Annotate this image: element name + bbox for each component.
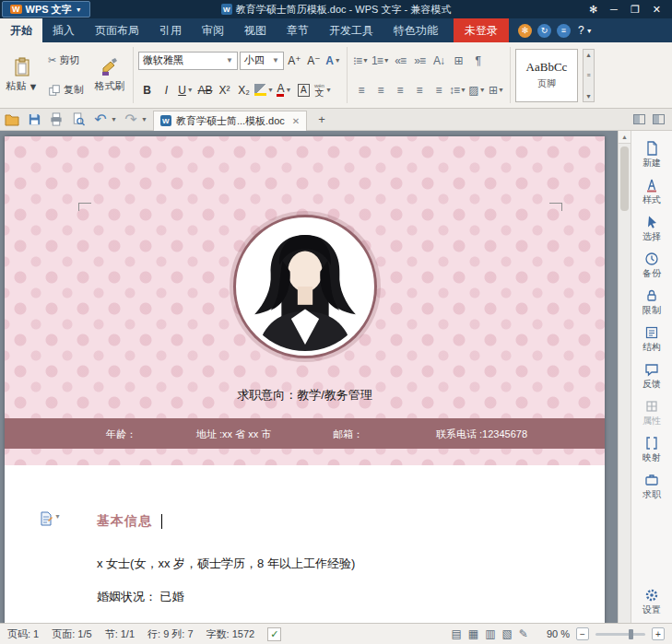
table-border-button[interactable]: ⊞ <box>450 51 467 70</box>
tab-developer[interactable]: 开发工具 <box>319 18 383 42</box>
italic-button[interactable]: I <box>158 80 175 100</box>
cut-button[interactable]: ✂ 剪切 <box>45 50 87 70</box>
character-border-button[interactable]: A <box>295 80 312 100</box>
paste-button[interactable]: 粘贴▼ <box>4 45 41 105</box>
style-gallery-scroll[interactable]: ▲ ≡ ▼ <box>583 49 595 102</box>
style-gallery-item[interactable]: AaBbCc 页脚 <box>515 49 578 102</box>
gallery-more-icon[interactable]: ≡ <box>586 72 590 78</box>
highlight-button[interactable]: ▼ <box>254 80 274 100</box>
vertical-scrollbar[interactable]: ▲ <box>618 131 631 623</box>
tab-section[interactable]: 章节 <box>277 18 319 42</box>
text-effects-button[interactable]: A▼ <box>324 51 342 70</box>
font-name-select[interactable]: 微软雅黑 ▼ <box>138 52 238 70</box>
panel-item-select[interactable]: 选择 <box>631 212 672 246</box>
panel-item-restrict[interactable]: 限制 <box>631 286 672 320</box>
panel-item-properties[interactable]: 属性 <box>631 396 672 430</box>
message-icon[interactable]: ≡ <box>557 24 571 38</box>
borders-button[interactable]: ⊞▼ <box>488 80 505 100</box>
panel-item-settings[interactable]: 设置 <box>631 585 672 619</box>
tab-view[interactable]: 视图 <box>234 18 277 42</box>
scroll-down-icon[interactable]: ▼ <box>585 93 592 100</box>
split-view-icon[interactable] <box>633 114 645 124</box>
view-mode-buttons: ▤ ▦ ▥ ▧ ✎ <box>451 627 527 640</box>
tab-home[interactable]: 开始 <box>0 18 42 42</box>
fullscreen-view-icon[interactable]: ▦ <box>468 627 478 640</box>
align-right-button[interactable]: ≡ <box>391 80 408 100</box>
shrink-font-button[interactable]: A⁻ <box>305 51 323 70</box>
shading-button[interactable]: ▨▼ <box>468 80 486 100</box>
scroll-up-icon[interactable]: ▲ <box>585 52 592 58</box>
task-pane-icon[interactable] <box>653 114 665 124</box>
grow-font-button[interactable]: A⁺ <box>286 51 303 70</box>
font-color-button[interactable]: A▼ <box>276 80 293 100</box>
zoom-in-button[interactable]: + <box>652 627 665 640</box>
panel-item-mapping[interactable]: 映射 <box>631 433 672 467</box>
tab-special-features[interactable]: 特色功能 <box>383 18 448 42</box>
outline-view-icon[interactable]: ▥ <box>485 627 495 640</box>
line-spacing-button[interactable]: ↕≡▼ <box>449 80 466 100</box>
zoom-slider[interactable] <box>595 633 645 636</box>
phonetic-guide-button[interactable]: wén文 ▼ <box>314 80 332 100</box>
panel-item-jobs[interactable]: 求职 <box>631 470 672 504</box>
tab-page-layout[interactable]: 页面布局 <box>85 18 149 42</box>
tab-references[interactable]: 引用 <box>149 18 192 42</box>
resume-body-section[interactable]: ▼ 基本信息 x 女士(女，xx 岁，硕士学历，8 年以上工作经验) 婚姻状况：… <box>5 465 605 623</box>
help-menu[interactable]: ? ▼ <box>578 18 593 42</box>
zoom-slider-knob[interactable] <box>629 629 633 639</box>
document-area[interactable]: 求职意向：教学/教务管理 年龄： 地址 :xx 省 xx 市 邮箱： 联系电话 … <box>0 131 631 623</box>
tab-insert[interactable]: 插入 <box>42 18 85 42</box>
print-button[interactable] <box>48 111 65 128</box>
panel-item-backup[interactable]: 备份 <box>631 249 672 283</box>
panel-item-structure[interactable]: 结构 <box>631 322 672 357</box>
numbered-list-button[interactable]: 1≡▼ <box>371 51 390 70</box>
format-painter-button[interactable]: 格式刷 <box>91 45 128 105</box>
superscript-button[interactable]: X² <box>216 80 233 100</box>
new-tab-button[interactable]: + <box>312 112 331 126</box>
copy-button[interactable]: 复制 <box>45 80 87 100</box>
close-tab-icon[interactable]: ✕ <box>292 116 300 126</box>
font-size-select[interactable]: 小四 ▼ <box>240 52 284 70</box>
document-tab[interactable]: W 教育学硕士简...模板.doc ✕ <box>153 111 307 131</box>
skin-icon[interactable]: ✻ <box>589 4 597 16</box>
spellcheck-icon[interactable]: ✓ <box>267 627 281 641</box>
redo-button[interactable]: ↷ <box>123 111 139 128</box>
save-button[interactable] <box>26 111 42 128</box>
scrollbar-thumb[interactable] <box>620 146 629 211</box>
align-left-button[interactable]: ≡ <box>352 80 370 100</box>
increase-indent-button[interactable]: »≡ <box>411 51 429 70</box>
bold-button[interactable]: B <box>138 80 156 100</box>
close-icon[interactable]: ✕ <box>653 4 661 16</box>
subscript-button[interactable]: X₂ <box>235 80 253 100</box>
tab-review[interactable]: 审阅 <box>192 18 234 42</box>
resume-header-section: 求职意向：教学/教务管理 年龄： 地址 :xx 省 xx 市 邮箱： 联系电话 … <box>5 136 605 465</box>
open-folder-button[interactable] <box>4 111 20 128</box>
web-layout-view-icon[interactable]: ▧ <box>502 627 513 640</box>
panel-item-styles[interactable]: 样式 <box>631 175 672 209</box>
show-marks-button[interactable]: ¶ <box>469 51 487 70</box>
section-marker[interactable]: ▼ <box>40 511 61 526</box>
panel-item-new[interactable]: 新建 <box>631 138 672 172</box>
sort-button[interactable]: A↓ <box>430 51 448 70</box>
sync-icon[interactable]: ↻ <box>537 24 551 38</box>
zoom-out-button[interactable]: − <box>576 627 589 640</box>
maximize-icon[interactable]: ❐ <box>631 4 640 16</box>
distribute-button[interactable]: ≡ <box>430 80 447 100</box>
print-layout-view-icon[interactable]: ▤ <box>451 627 461 640</box>
panel-item-feedback[interactable]: 反馈 <box>631 359 672 393</box>
edit-mode-icon[interactable]: ✎ <box>519 627 528 640</box>
status-word-count[interactable]: 字数: 1572 <box>206 627 255 641</box>
undo-button[interactable]: ↶ <box>92 111 109 128</box>
minimize-icon[interactable]: ─ <box>610 4 618 15</box>
document-page[interactable]: 求职意向：教学/教务管理 年龄： 地址 :xx 省 xx 市 邮箱： 联系电话 … <box>5 136 605 623</box>
justify-button[interactable]: ≡ <box>410 80 428 100</box>
bullet-list-button[interactable]: ⁝≡▼ <box>352 51 370 70</box>
promo-icon[interactable]: ✻ <box>518 24 532 38</box>
login-button[interactable]: 未登录 <box>454 18 509 42</box>
strikethrough-button[interactable]: AB <box>196 80 214 100</box>
underline-button[interactable]: U▼ <box>177 80 195 100</box>
print-preview-button[interactable] <box>70 111 87 128</box>
decrease-indent-button[interactable]: «≡ <box>392 51 409 70</box>
scroll-up-icon[interactable]: ▲ <box>619 131 631 144</box>
align-center-button[interactable]: ≡ <box>371 80 389 100</box>
wps-menu-button[interactable]: W WPS 文字 ▼ <box>2 1 90 18</box>
